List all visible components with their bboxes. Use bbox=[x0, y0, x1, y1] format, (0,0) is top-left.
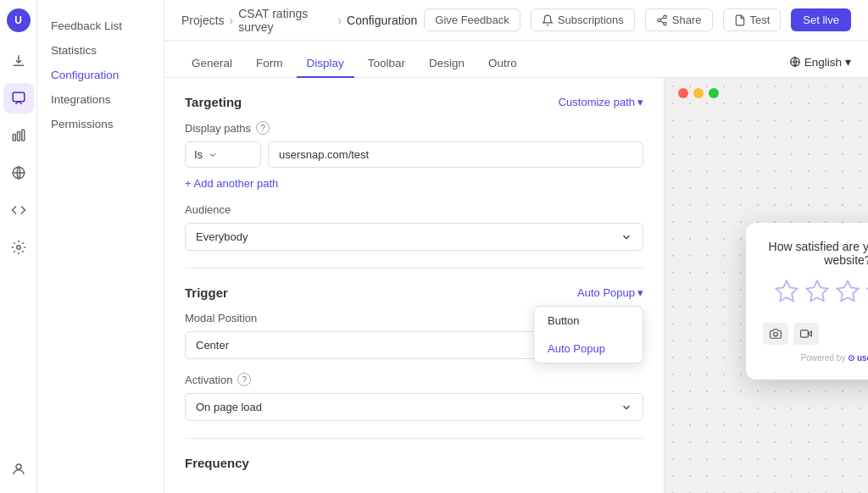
svg-point-18 bbox=[774, 332, 778, 336]
tab-design[interactable]: Design bbox=[419, 50, 475, 78]
page-header: Projects › CSAT ratings survey › Configu… bbox=[164, 0, 868, 41]
tab-bar: General Form Display Toolbar Design Outr… bbox=[164, 41, 868, 78]
sidebar-item-integrations[interactable]: Integrations bbox=[37, 87, 164, 112]
breadcrumb: Projects › CSAT ratings survey › Configu… bbox=[181, 7, 417, 34]
tab-outro[interactable]: Outro bbox=[478, 50, 527, 78]
path-input[interactable] bbox=[268, 141, 643, 168]
svg-marker-19 bbox=[808, 331, 811, 336]
trigger-type-button[interactable]: Auto Popup ▾ bbox=[577, 286, 643, 299]
test-button[interactable]: Test bbox=[723, 8, 782, 31]
section-divider-2 bbox=[185, 438, 643, 439]
tab-display[interactable]: Display bbox=[297, 50, 354, 78]
browser-traffic-lights bbox=[678, 88, 719, 98]
section-divider bbox=[185, 268, 643, 269]
share-button[interactable]: Share bbox=[645, 8, 713, 31]
nav-user-avatar[interactable] bbox=[3, 454, 34, 485]
audience-value: Everybody bbox=[196, 230, 248, 243]
chevron-down-icon bbox=[208, 150, 218, 160]
display-paths-label: Display paths ? bbox=[185, 121, 643, 135]
traffic-light-green bbox=[709, 88, 719, 98]
main-content: Projects › CSAT ratings survey › Configu… bbox=[164, 0, 868, 493]
breadcrumb-sep1: › bbox=[230, 14, 234, 27]
nav-settings[interactable] bbox=[3, 232, 34, 263]
subscriptions-button[interactable]: Subscriptions bbox=[531, 8, 635, 31]
sidebar-item-permissions[interactable]: Permissions bbox=[37, 112, 164, 136]
tab-general[interactable]: General bbox=[181, 50, 242, 78]
audience-label: Audience bbox=[185, 203, 643, 216]
targeting-section-header: Targeting Customize path ▾ bbox=[185, 95, 643, 109]
sidebar-item-feedback-list[interactable]: Feedback List bbox=[37, 14, 164, 38]
form-panel: Targeting Customize path ▾ Display paths… bbox=[164, 78, 665, 493]
nav-stats[interactable] bbox=[3, 120, 34, 151]
subscriptions-label: Subscriptions bbox=[558, 14, 624, 26]
give-feedback-label: Give Feedback bbox=[435, 14, 509, 26]
nav-feedback[interactable] bbox=[3, 83, 34, 114]
star-2[interactable] bbox=[804, 279, 830, 310]
activation-value: On page load bbox=[196, 401, 262, 413]
path-condition-label: Is bbox=[194, 148, 203, 161]
tabs: General Form Display Toolbar Design Outr… bbox=[181, 50, 527, 77]
add-path-label: + Add another path bbox=[185, 177, 278, 190]
language-label: English bbox=[804, 56, 842, 69]
test-icon bbox=[734, 14, 746, 26]
video-icon bbox=[800, 328, 812, 340]
svg-point-6 bbox=[16, 464, 21, 469]
dropdown-item-auto-popup[interactable]: Auto Popup bbox=[534, 335, 643, 363]
activation-label: Activation ? bbox=[185, 373, 643, 386]
targeting-title: Targeting bbox=[185, 95, 242, 109]
test-label: Test bbox=[750, 14, 771, 26]
content-area: Targeting Customize path ▾ Display paths… bbox=[164, 78, 868, 493]
app-logo[interactable]: U bbox=[7, 8, 31, 32]
widget-popup: ✕ How satisfied are you with our website… bbox=[746, 223, 868, 379]
tab-form[interactable]: Form bbox=[246, 50, 293, 78]
star-3[interactable] bbox=[835, 279, 860, 310]
svg-rect-3 bbox=[21, 130, 24, 141]
chevron-down-icon: ▾ bbox=[637, 286, 643, 299]
language-selector[interactable]: English ▾ bbox=[789, 55, 851, 77]
trigger-type-label: Auto Popup bbox=[577, 286, 635, 299]
nav-globe[interactable] bbox=[3, 158, 34, 188]
svg-point-7 bbox=[664, 15, 667, 19]
customize-path-link[interactable]: Customize path ▾ bbox=[559, 96, 643, 108]
dropdown-item-button[interactable]: Button bbox=[534, 307, 643, 335]
sidebar-item-configuration[interactable]: Configuration bbox=[37, 63, 164, 87]
stars-row bbox=[763, 279, 868, 310]
activation-help-icon[interactable]: ? bbox=[237, 373, 251, 386]
bell-icon bbox=[542, 14, 554, 26]
breadcrumb-projects[interactable]: Projects bbox=[181, 14, 225, 27]
nav-code[interactable] bbox=[3, 195, 34, 225]
globe-icon bbox=[789, 56, 801, 68]
breadcrumb-survey[interactable]: CSAT ratings survey bbox=[238, 7, 332, 34]
svg-rect-2 bbox=[17, 132, 19, 141]
frequency-title: Frequency bbox=[185, 456, 643, 470]
trigger-dropdown: Button Auto Popup bbox=[533, 306, 643, 363]
nav-download[interactable] bbox=[3, 46, 34, 76]
add-path-link[interactable]: + Add another path bbox=[185, 177, 278, 190]
trigger-section-header: Trigger Auto Popup ▾ Button Auto Popup bbox=[185, 285, 643, 300]
path-condition-select[interactable]: Is bbox=[185, 141, 261, 168]
camera-icon bbox=[770, 328, 782, 340]
sidebar-item-statistics[interactable]: Statistics bbox=[37, 38, 164, 63]
widget-actions: Send bbox=[763, 322, 868, 345]
star-1[interactable] bbox=[774, 279, 799, 310]
action-icons bbox=[763, 323, 819, 345]
activation-select[interactable]: On page load bbox=[185, 393, 643, 421]
trigger-title: Trigger bbox=[185, 285, 228, 300]
breadcrumb-sep2: › bbox=[337, 14, 342, 27]
set-live-button[interactable]: Set live bbox=[791, 8, 851, 31]
modal-position-value: Center bbox=[196, 339, 229, 352]
svg-point-8 bbox=[658, 19, 661, 22]
video-button[interactable] bbox=[793, 323, 819, 345]
svg-line-11 bbox=[660, 17, 664, 19]
customize-path-label: Customize path bbox=[559, 96, 635, 108]
give-feedback-button[interactable]: Give Feedback bbox=[424, 8, 520, 31]
display-paths-help-icon[interactable]: ? bbox=[256, 121, 270, 135]
header-actions: Give Feedback Subscriptions Share Test S… bbox=[424, 8, 851, 31]
svg-marker-14 bbox=[807, 281, 828, 302]
tab-toolbar[interactable]: Toolbar bbox=[358, 50, 415, 78]
share-icon bbox=[656, 14, 668, 26]
audience-select[interactable]: Everybody bbox=[185, 223, 643, 251]
chevron-down-icon: ▾ bbox=[637, 96, 643, 108]
camera-button[interactable] bbox=[763, 323, 788, 345]
svg-rect-0 bbox=[13, 92, 25, 102]
